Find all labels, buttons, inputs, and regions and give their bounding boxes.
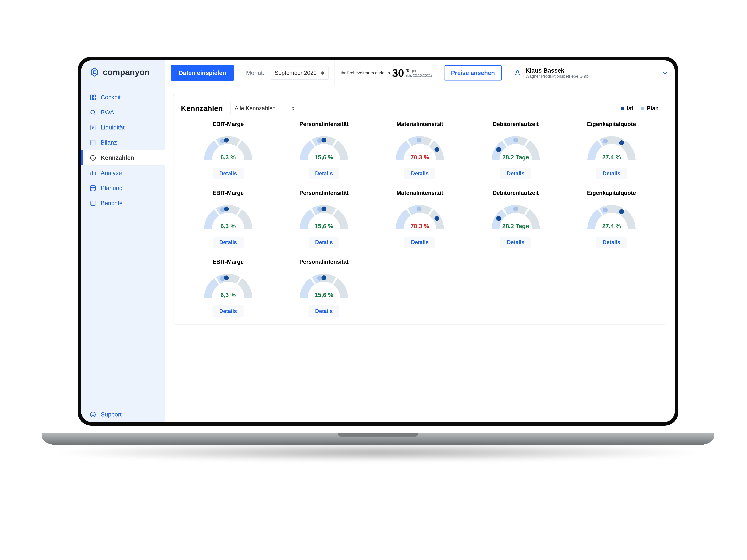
kpi-title: EBIT-Marge (212, 259, 244, 265)
kpi-details-button[interactable]: Details (405, 237, 435, 248)
user-menu[interactable]: Klaus Bassek Wagner Produktionsbetriebe … (508, 60, 675, 85)
topbar: Daten einspielen Monat: September 2020 I (165, 60, 675, 86)
import-button[interactable]: Daten einspielen (171, 65, 234, 81)
month-select[interactable]: September 2020 (270, 66, 329, 80)
sidebar-item-label: Analyse (101, 170, 122, 176)
kpi-gauge: 6,3 % (195, 130, 261, 165)
sidebar: companyon CockpitBWALiquiditätBilanzKenn… (81, 60, 165, 422)
user-icon (514, 69, 521, 77)
ist-marker-icon (224, 207, 229, 211)
svg-rect-0 (91, 95, 93, 100)
sidebar-item-label: BWA (101, 109, 114, 116)
kpi-title: Materialintensität (396, 190, 443, 196)
kpi-value: 6,3 % (195, 223, 261, 230)
bilanz-icon (89, 139, 96, 146)
user-org: Wagner Produktionsbetriebe GmbH (525, 74, 592, 79)
kpi-details-button[interactable]: Details (309, 237, 339, 248)
kpi-card: Eigenkapitalquote27,4 %Details (564, 190, 659, 248)
kpi-details-button[interactable]: Details (309, 305, 339, 317)
kpi-details-button[interactable]: Details (596, 237, 627, 248)
kpi-title: EBIT-Marge (212, 121, 244, 127)
chevron-updown-icon (321, 71, 324, 75)
laptop-mockup: companyon CockpitBWALiquiditätBilanzKenn… (78, 57, 678, 445)
kpi-value: 15,6 % (291, 223, 357, 230)
sidebar-item-label: Planung (101, 185, 123, 191)
kpi-title: Debitorenlaufzeit (493, 190, 539, 196)
svg-rect-2 (94, 98, 96, 100)
kpi-title: Personalintensität (300, 190, 349, 196)
kpi-gauge: 70,3 % (387, 130, 453, 165)
kpi-gauge: 70,3 % (387, 199, 453, 234)
kpi-details-button[interactable]: Details (213, 305, 243, 317)
kpi-title: Eigenkapitalquote (587, 190, 636, 196)
kpi-card: Materialintensität70,3 %Details (372, 121, 467, 179)
kpi-title: Personalintensität (300, 259, 349, 265)
sidebar-item-liquiditaet[interactable]: Liquidität (81, 120, 165, 135)
kpi-details-button[interactable]: Details (309, 168, 339, 179)
kpi-gauge: 28,2 Tage (483, 199, 548, 234)
sidebar-item-bwa[interactable]: BWA (81, 105, 165, 120)
app-name: companyon (103, 67, 150, 77)
kpi-details-button[interactable]: Details (596, 168, 627, 179)
sidebar-item-label: Liquidität (101, 124, 125, 131)
sidebar-item-cockpit[interactable]: Cockpit (81, 90, 165, 105)
ist-marker-icon (619, 209, 624, 214)
kpi-details-button[interactable]: Details (213, 237, 243, 248)
kpi-gauge: 6,3 % (195, 199, 261, 234)
kpi-card: EBIT-Marge6,3 %Details (181, 121, 275, 179)
sidebar-item-support[interactable]: Support (81, 407, 165, 422)
app-logo: companyon (81, 60, 165, 84)
kpi-title: EBIT-Marge (212, 190, 244, 196)
sidebar-item-analyse[interactable]: Analyse (81, 165, 165, 181)
kpi-card: Personalintensität15,6 %Details (277, 259, 371, 317)
kennzahlen-icon (89, 155, 96, 161)
sidebar-item-label: Kennzahlen (101, 154, 134, 161)
kpi-details-button[interactable]: Details (405, 168, 435, 179)
kpi-value: 70,3 % (387, 154, 453, 161)
sidebar-item-berichte[interactable]: Berichte (81, 196, 165, 211)
kpi-grid: EBIT-Marge6,3 %DetailsPersonalintensität… (181, 121, 659, 317)
analyse-icon (89, 170, 96, 176)
plan-marker-icon (603, 208, 608, 212)
trial-line1: Ihr Probezeitraum endet in (341, 70, 390, 76)
sidebar-item-bilanz[interactable]: Bilanz (81, 135, 165, 150)
kpi-details-button[interactable]: Details (500, 168, 531, 179)
chevron-updown-icon (292, 107, 295, 110)
ist-marker-icon (434, 147, 439, 152)
kpi-value: 28,2 Tage (483, 154, 548, 161)
ist-dot-icon (621, 107, 624, 110)
sidebar-item-planung[interactable]: Planung (81, 181, 165, 196)
kpi-details-button[interactable]: Details (213, 168, 243, 179)
sidebar-item-kennzahlen[interactable]: Kennzahlen (81, 150, 165, 165)
ist-marker-icon (224, 275, 229, 280)
liquiditaet-icon (89, 124, 96, 131)
bwa-icon (89, 109, 96, 116)
kpi-card: Eigenkapitalquote27,4 %Details (564, 121, 659, 179)
kpi-value: 28,2 Tage (483, 223, 548, 230)
kpi-title: Personalintensität (300, 121, 349, 127)
nav: CockpitBWALiquiditätBilanzKennzahlenAnal… (81, 84, 165, 211)
cockpit-icon (89, 94, 96, 101)
ist-marker-icon (496, 216, 501, 221)
kpi-value: 27,4 % (578, 154, 644, 161)
month-value: September 2020 (275, 70, 316, 76)
user-name: Klaus Bassek (525, 67, 592, 74)
trial-days-label: Tagen (406, 68, 432, 73)
svg-rect-5 (91, 140, 95, 145)
kpi-value: 6,3 % (195, 292, 261, 298)
plan-dot-icon (641, 107, 644, 110)
kpi-value: 15,6 % (291, 154, 357, 161)
pricing-button[interactable]: Preise ansehen (444, 65, 502, 80)
trial-days: 30 (392, 67, 404, 79)
kpi-panel: Kennzahlen Alle Kennzahlen Ist Plan (173, 94, 666, 325)
svg-point-3 (91, 110, 95, 114)
ist-marker-icon (321, 138, 326, 142)
legend-plan-label: Plan (647, 105, 659, 111)
kpi-card: Personalintensität15,6 %Details (277, 121, 371, 179)
svg-rect-1 (94, 95, 96, 97)
kpi-details-button[interactable]: Details (500, 237, 531, 248)
plan-marker-icon (317, 138, 322, 143)
kpi-filter-select[interactable]: Alle Kennzahlen (230, 102, 299, 115)
legend: Ist Plan (621, 105, 659, 111)
plan-marker-icon (603, 139, 608, 143)
